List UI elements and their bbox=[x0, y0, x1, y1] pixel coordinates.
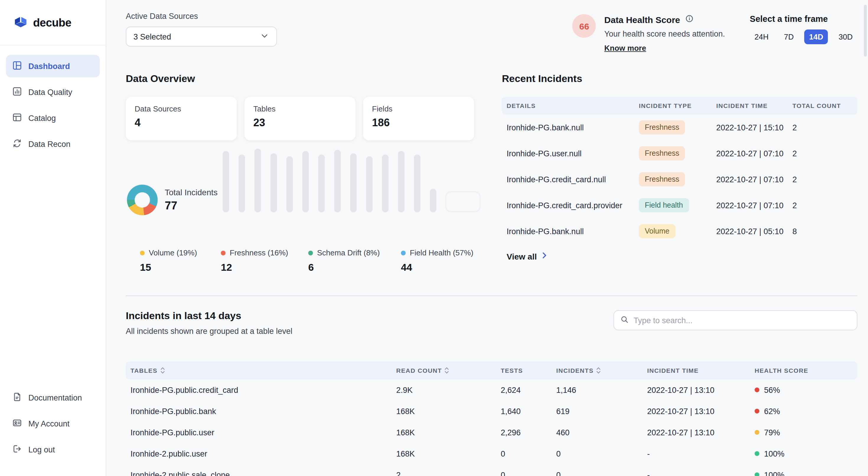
read-count: 168K bbox=[396, 407, 501, 415]
health-percent: 100% bbox=[764, 449, 784, 458]
know-more-link[interactable]: Know more bbox=[604, 44, 646, 53]
incident-count: 8 bbox=[793, 227, 857, 236]
incident-row[interactable]: Ironhide-PG.bank.null Freshness 2022-10-… bbox=[502, 114, 857, 140]
tests-count: 1,640 bbox=[501, 407, 556, 415]
health-score-title: Data Health Score bbox=[604, 15, 680, 25]
sidebar-item-label: Catalog bbox=[28, 113, 56, 123]
sidebar-item-data-recon[interactable]: Data Recon bbox=[6, 133, 100, 155]
legend-value: 6 bbox=[308, 262, 380, 274]
table-name: Ironhide-PG.public.user bbox=[130, 428, 396, 437]
table-name: Ironhide-2.public.sale_clone bbox=[130, 470, 396, 476]
data-sources-select[interactable]: 3 Selected bbox=[126, 27, 277, 46]
search-box bbox=[614, 310, 857, 330]
incident-count: 2 bbox=[793, 201, 857, 210]
table-name: Ironhide-PG.public.bank bbox=[130, 407, 396, 415]
timeframe-7d-button[interactable]: 7D bbox=[779, 30, 798, 44]
incident-row[interactable]: Ironhide-PG.credit_card.provider Field h… bbox=[502, 192, 857, 218]
brand-logo[interactable]: decube bbox=[0, 0, 106, 45]
incident-details: Ironhide-PG.credit_card.null bbox=[507, 175, 639, 184]
incident-row[interactable]: Ironhide-PG.credit_card.null Freshness 2… bbox=[502, 166, 857, 192]
data-recon-icon bbox=[12, 138, 23, 150]
legend-dot bbox=[221, 250, 225, 255]
incidents-subtitle: All incidents shown are grouped at a tab… bbox=[126, 327, 292, 336]
health-score-text: Data Health Score Your health score need… bbox=[604, 14, 725, 53]
sort-icon[interactable] bbox=[160, 366, 165, 375]
search-icon bbox=[620, 315, 629, 326]
data-sources-select-value: 3 Selected bbox=[133, 32, 171, 41]
incidents-count: 0 bbox=[556, 470, 647, 476]
timeframe-label: Select a time frame bbox=[750, 14, 857, 24]
sidebar-item-label: Dashboard bbox=[28, 62, 70, 70]
info-icon[interactable] bbox=[685, 14, 694, 25]
scrollbar-thumb[interactable] bbox=[864, 5, 867, 57]
section-divider bbox=[126, 296, 857, 296]
topbar: Active Data Sources 3 Selected 66 Data H… bbox=[126, 12, 857, 53]
health-percent: 79% bbox=[764, 428, 780, 437]
incident-details: Ironhide-PG.user.null bbox=[507, 149, 639, 158]
incident-details: Ironhide-PG.bank.null bbox=[507, 123, 639, 132]
column-header-incidents[interactable]: Incidents bbox=[556, 366, 647, 375]
decube-logo-icon bbox=[13, 14, 28, 32]
incidents-count: 1,146 bbox=[556, 385, 647, 394]
incidents-donut bbox=[127, 184, 158, 215]
incidents-title: Incidents in last 14 days bbox=[126, 310, 292, 322]
view-all-label: View all bbox=[507, 251, 537, 261]
stat-label: Fields bbox=[372, 104, 465, 113]
legend-dot bbox=[401, 250, 406, 255]
column-header-details: Details bbox=[507, 102, 639, 109]
timeframe-14d-button[interactable]: 14D bbox=[805, 30, 828, 44]
table-row[interactable]: Ironhide-2.public.user 168K 0 0 - 100% bbox=[126, 443, 857, 464]
brand-name: decube bbox=[33, 16, 71, 30]
health-score-subtitle: Your health score needs attention. bbox=[604, 30, 725, 38]
bar bbox=[350, 154, 356, 212]
health-percent: 100% bbox=[764, 470, 784, 476]
sidebar-item-my-account[interactable]: My Account bbox=[6, 412, 100, 435]
incident-time: 2022-10-27 | 13:10 bbox=[647, 407, 755, 415]
health-score-cell: 56% bbox=[755, 385, 857, 394]
legend-value: 15 bbox=[140, 262, 197, 274]
table-name: Ironhide-PG.public.credit_card bbox=[130, 385, 396, 394]
timeframe-24h-button[interactable]: 24H bbox=[750, 30, 774, 44]
tests-count: 2,296 bbox=[501, 428, 556, 437]
table-row[interactable]: Ironhide-PG.public.user 168K 2,296 460 2… bbox=[126, 422, 857, 443]
column-header-incident-time: Incident Time bbox=[716, 102, 793, 109]
sidebar-item-catalog[interactable]: Catalog bbox=[6, 107, 100, 129]
bar bbox=[286, 156, 293, 212]
table-row[interactable]: Ironhide-2.public.sale_clone 2 0 0 - 100… bbox=[126, 464, 857, 476]
view-all-link[interactable]: View all bbox=[502, 251, 549, 261]
table-row[interactable]: Ironhide-PG.public.bank 168K 1,640 619 2… bbox=[126, 401, 857, 422]
documentation-icon bbox=[12, 392, 23, 404]
read-count: 2 bbox=[396, 470, 501, 476]
search-input[interactable] bbox=[633, 316, 851, 325]
legend-value: 44 bbox=[401, 262, 473, 274]
data-quality-icon bbox=[12, 86, 23, 98]
sidebar-item-log-out[interactable]: Log out bbox=[6, 438, 100, 461]
chevron-right-icon bbox=[540, 251, 549, 261]
incident-row[interactable]: Ironhide-PG.bank.null Volume 2022-10-27 … bbox=[502, 218, 857, 244]
stat-cards: Data Sources 4 Tables 23 Fields 186 bbox=[126, 97, 474, 140]
stat-label: Data Sources bbox=[135, 104, 228, 113]
timeframe-30d-button[interactable]: 30D bbox=[834, 30, 857, 44]
incident-time: 2022-10-27 | 13:10 bbox=[647, 385, 755, 394]
sidebar-item-data-quality[interactable]: Data Quality bbox=[6, 81, 100, 103]
stat-value: 186 bbox=[372, 117, 465, 129]
sort-icon[interactable] bbox=[444, 366, 450, 375]
sort-icon[interactable] bbox=[596, 366, 601, 375]
legend-item-volume: Volume (19%) 15 bbox=[140, 248, 197, 274]
dashboard-icon bbox=[12, 60, 23, 72]
incident-details: Ironhide-PG.credit_card.provider bbox=[507, 201, 639, 210]
column-header-read-count[interactable]: Read Count bbox=[396, 366, 501, 375]
incident-row[interactable]: Ironhide-PG.user.null Freshness 2022-10-… bbox=[502, 140, 857, 166]
tests-count: 0 bbox=[501, 449, 556, 458]
legend-dot bbox=[140, 250, 145, 255]
table-row[interactable]: Ironhide-PG.public.credit_card 2.9K 2,62… bbox=[126, 379, 857, 401]
sidebar-item-documentation[interactable]: Documentation bbox=[6, 386, 100, 409]
incident-time: 2022-10-27 | 05:10 bbox=[716, 227, 793, 236]
sidebar-item-dashboard[interactable]: Dashboard bbox=[6, 55, 100, 77]
tests-count: 2,624 bbox=[501, 385, 556, 394]
incident-time: - bbox=[647, 470, 755, 476]
bar bbox=[302, 151, 309, 212]
legend-label: Volume (19%) bbox=[149, 248, 197, 257]
column-header-tables[interactable]: Tables bbox=[130, 366, 396, 375]
bar bbox=[254, 149, 261, 212]
